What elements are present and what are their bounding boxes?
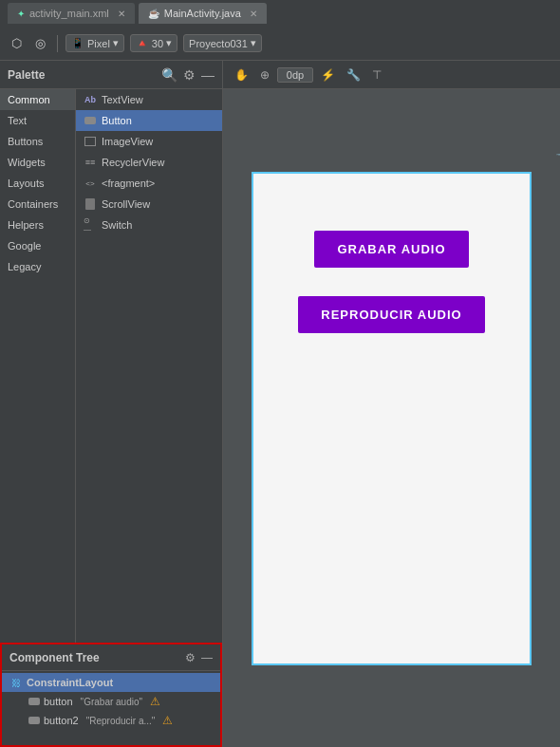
phone-content: GRABAR AUDIO REPRODUCIR AUDIO [253, 174, 530, 663]
pin-icon: 📌 [555, 142, 560, 164]
button2-node-attr: "Reproducir a..." [86, 716, 156, 726]
constraint-btn[interactable]: ⚡ [317, 66, 339, 84]
chevron-down-icon-proj: ▾ [251, 37, 256, 49]
cat-containers[interactable]: Containers [0, 194, 75, 215]
gear-icon[interactable]: ⚙ [183, 67, 196, 83]
cat-google[interactable]: Google [0, 235, 75, 256]
tab-xml[interactable]: ✦ activity_main.xml ✕ [8, 3, 135, 24]
java-icon: ☕ [148, 9, 159, 19]
scrollview-icon [84, 197, 97, 211]
button2-node-icon [28, 717, 40, 724]
design-mode-btn[interactable]: ⬡ [8, 34, 26, 52]
palette-item-scrollview[interactable]: ScrollView [76, 194, 222, 215]
toolbar-sep-1 [57, 35, 58, 52]
tab-java[interactable]: ☕ MainActivity.java ✕ [139, 3, 267, 24]
phone-frame: GRABAR AUDIO REPRODUCIR AUDIO [252, 172, 532, 665]
palette-items: Ab TextView Button ImageView ≡≡ Recycler… [76, 89, 222, 643]
project-label: Proyecto031 [189, 38, 248, 49]
main-layout: ⬡ ◎ 📱 Pixel ▾ 🔺 30 ▾ Proyecto031 ▾ Palet… [0, 27, 560, 747]
api-icon: 🔺 [136, 37, 149, 49]
secondary-toolbar: ✋ ⊕ ⚡ 🔧 ⊤ [223, 61, 560, 89]
device-label: Pixel [87, 38, 110, 49]
palette-imageview-label: ImageView [102, 136, 153, 147]
cat-helpers[interactable]: Helpers [0, 215, 75, 235]
reproducir-audio-button[interactable]: REPRODUCIR AUDIO [298, 296, 484, 333]
cat-text[interactable]: Text [0, 110, 75, 131]
tab-xml-close[interactable]: ✕ [118, 9, 125, 19]
button-node-icon [28, 698, 40, 705]
move-btn[interactable]: ✋ [231, 66, 252, 84]
tree-node-constraintlayout[interactable]: ⛓ ConstraintLayout [2, 673, 220, 692]
tab-java-close[interactable]: ✕ [250, 9, 257, 19]
palette-switch-label: Switch [102, 219, 132, 231]
palette-fragment-label: <fragment> [102, 177, 155, 189]
palette-item-recyclerview[interactable]: ≡≡ RecyclerView [76, 152, 222, 173]
tab-java-label: MainActivity.java [164, 8, 241, 19]
cat-widgets[interactable]: Widgets [0, 152, 75, 173]
tree-header-icons: ⚙ — [185, 651, 213, 664]
offset-input[interactable] [277, 67, 313, 83]
device-icon: 📱 [71, 37, 84, 49]
title-bar: ✦ activity_main.xml ✕ ☕ MainActivity.jav… [0, 0, 560, 27]
tree-body: ⛓ ConstraintLayout button "Grabar audio"… [2, 671, 220, 732]
button-node-id: button [44, 696, 73, 707]
button-warn-icon: ⚠ [150, 695, 160, 708]
cat-common[interactable]: Common [0, 89, 75, 110]
xml-icon: ✦ [17, 9, 25, 19]
api-dropdown[interactable]: 🔺 30 ▾ [130, 34, 177, 52]
constraintlayout-name: ConstraintLayout [27, 677, 113, 688]
imageview-icon [84, 135, 97, 148]
right-panel: ✋ ⊕ ⚡ 🔧 ⊤ 📌 GRABAR AUDIO REPRODUCIR AUDI… [223, 61, 560, 747]
canvas-area: 📌 GRABAR AUDIO REPRODUCIR AUDIO [223, 89, 560, 747]
palette-scrollview-label: ScrollView [102, 198, 150, 210]
tree-header: Component Tree ⚙ — [2, 644, 220, 671]
recyclerview-icon: ≡≡ [84, 156, 97, 169]
tree-minus-icon[interactable]: — [201, 651, 213, 664]
tools-btn[interactable]: 🔧 [343, 66, 364, 84]
palette-item-textview[interactable]: Ab TextView [76, 89, 222, 110]
button-icon [84, 114, 97, 127]
button2-node-id: button2 [44, 715, 79, 726]
cat-buttons[interactable]: Buttons [0, 131, 75, 152]
tree-title: Component Tree [9, 651, 185, 664]
palette-item-button[interactable]: Button [76, 110, 222, 131]
tree-node-button[interactable]: button "Grabar audio" ⚠ [2, 692, 220, 711]
tree-gear-icon[interactable]: ⚙ [185, 651, 196, 664]
minus-icon[interactable]: — [201, 67, 215, 83]
palette-recyclerview-label: RecyclerView [102, 157, 164, 168]
left-panel: Palette 🔍 ⚙ — Common Text Buttons Widget… [0, 61, 223, 747]
palette-textview-label: TextView [102, 94, 143, 105]
palette-icons: 🔍 ⚙ — [161, 67, 215, 83]
tree-node-button2[interactable]: button2 "Reproducir a..." ⚠ [2, 711, 220, 730]
button-node-attr: "Grabar audio" [81, 697, 142, 707]
device-dropdown[interactable]: 📱 Pixel ▾ [65, 34, 124, 52]
cat-legacy[interactable]: Legacy [0, 256, 75, 277]
blueprint-btn[interactable]: ◎ [31, 34, 49, 52]
project-dropdown[interactable]: Proyecto031 ▾ [183, 34, 262, 52]
palette-title: Palette [8, 68, 161, 82]
search-icon[interactable]: 🔍 [161, 67, 177, 83]
palette-body: Common Text Buttons Widgets Layouts Cont… [0, 89, 222, 643]
palette-item-switch[interactable]: ⊙— Switch [76, 215, 222, 235]
grabar-audio-button[interactable]: GRABAR AUDIO [314, 231, 468, 268]
palette-categories: Common Text Buttons Widgets Layouts Cont… [0, 89, 76, 643]
cat-layouts[interactable]: Layouts [0, 173, 75, 194]
palette-button-label: Button [102, 115, 132, 126]
content-area: Palette 🔍 ⚙ — Common Text Buttons Widget… [0, 61, 560, 747]
button2-warn-icon: ⚠ [162, 714, 173, 727]
palette-item-fragment[interactable]: <> <fragment> [76, 173, 222, 194]
main-toolbar: ⬡ ◎ 📱 Pixel ▾ 🔺 30 ▾ Proyecto031 ▾ [0, 27, 560, 61]
chevron-down-icon-api: ▾ [166, 37, 172, 49]
zoom-btn[interactable]: ⊕ [256, 66, 273, 84]
constraintlayout-icon: ⛓ [9, 676, 23, 689]
fragment-icon: <> [84, 177, 97, 190]
palette-header: Palette 🔍 ⚙ — [0, 61, 222, 89]
chevron-down-icon: ▾ [113, 37, 119, 49]
palette-item-imageview[interactable]: ImageView [76, 131, 222, 152]
switch-icon: ⊙— [84, 218, 97, 232]
textview-icon: Ab [84, 93, 97, 106]
align-btn[interactable]: ⊤ [368, 66, 385, 84]
tab-xml-label: activity_main.xml [29, 8, 109, 19]
component-tree: Component Tree ⚙ — ⛓ ConstraintLayout bu… [0, 643, 222, 747]
api-label: 30 [152, 38, 163, 49]
